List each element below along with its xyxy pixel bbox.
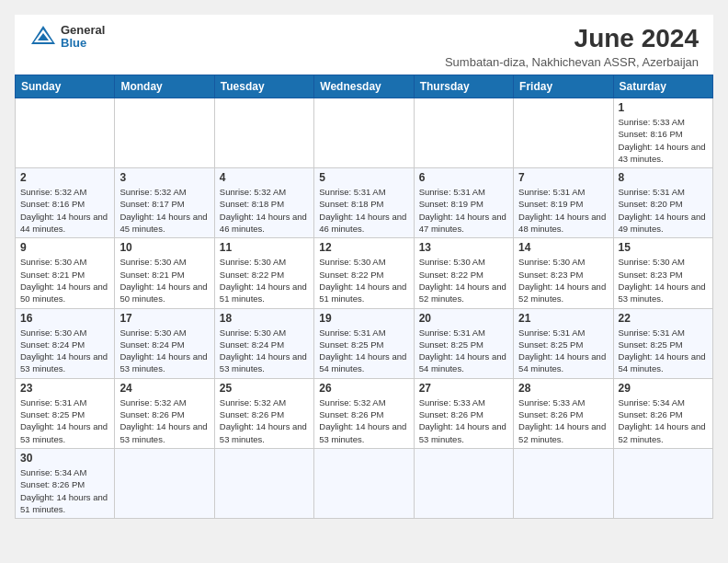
- header-tuesday: Tuesday: [214, 75, 313, 98]
- calendar-cell: 22Sunrise: 5:31 AM Sunset: 8:25 PM Dayli…: [613, 308, 712, 378]
- day-info: Sunrise: 5:31 AM Sunset: 8:25 PM Dayligh…: [319, 327, 408, 375]
- calendar-cell: 6Sunrise: 5:31 AM Sunset: 8:19 PM Daylig…: [414, 168, 513, 238]
- calendar-cell: 18Sunrise: 5:30 AM Sunset: 8:24 PM Dayli…: [214, 308, 313, 378]
- week-row-5: 30Sunrise: 5:34 AM Sunset: 8:26 PM Dayli…: [16, 448, 713, 518]
- header-thursday: Thursday: [414, 75, 513, 98]
- day-number: 12: [319, 241, 408, 254]
- calendar-cell: 13Sunrise: 5:30 AM Sunset: 8:22 PM Dayli…: [414, 238, 513, 308]
- calendar-table: Sunday Monday Tuesday Wednesday Thursday…: [15, 75, 713, 519]
- calendar-body: 1Sunrise: 5:33 AM Sunset: 8:16 PM Daylig…: [16, 98, 713, 519]
- day-info: Sunrise: 5:30 AM Sunset: 8:22 PM Dayligh…: [419, 256, 508, 304]
- header-wednesday: Wednesday: [314, 75, 414, 98]
- calendar-cell: 1Sunrise: 5:33 AM Sunset: 8:16 PM Daylig…: [613, 98, 712, 168]
- day-info: Sunrise: 5:31 AM Sunset: 8:18 PM Dayligh…: [319, 186, 408, 235]
- day-info: Sunrise: 5:30 AM Sunset: 8:23 PM Dayligh…: [619, 256, 708, 304]
- header-monday: Monday: [115, 75, 214, 98]
- day-number: 6: [419, 171, 508, 184]
- day-number: 30: [20, 452, 109, 465]
- calendar-cell: 3Sunrise: 5:32 AM Sunset: 8:17 PM Daylig…: [115, 168, 214, 238]
- week-row-2: 9Sunrise: 5:30 AM Sunset: 8:21 PM Daylig…: [16, 238, 713, 308]
- calendar-cell: 15Sunrise: 5:30 AM Sunset: 8:23 PM Dayli…: [613, 238, 712, 308]
- day-info: Sunrise: 5:30 AM Sunset: 8:22 PM Dayligh…: [220, 256, 309, 304]
- calendar-cell: 19Sunrise: 5:31 AM Sunset: 8:25 PM Dayli…: [314, 308, 414, 378]
- day-number: 21: [518, 312, 608, 325]
- day-number: 4: [220, 171, 309, 184]
- calendar-cell: [414, 448, 513, 518]
- day-number: 22: [619, 312, 708, 325]
- calendar-cell: 5Sunrise: 5:31 AM Sunset: 8:18 PM Daylig…: [314, 168, 414, 238]
- calendar-cell: 21Sunrise: 5:31 AM Sunset: 8:25 PM Dayli…: [514, 308, 613, 378]
- month-title: June 2024: [445, 24, 699, 53]
- day-number: 29: [619, 382, 708, 395]
- calendar-cell: 29Sunrise: 5:34 AM Sunset: 8:26 PM Dayli…: [613, 378, 712, 448]
- day-number: 25: [220, 382, 309, 395]
- day-number: 27: [419, 382, 508, 395]
- day-number: 18: [220, 312, 309, 325]
- day-number: 1: [619, 101, 708, 114]
- calendar-cell: 4Sunrise: 5:32 AM Sunset: 8:18 PM Daylig…: [214, 168, 313, 238]
- day-number: 3: [119, 171, 209, 184]
- day-number: 9: [20, 241, 109, 254]
- calendar-cell: 7Sunrise: 5:31 AM Sunset: 8:19 PM Daylig…: [514, 168, 613, 238]
- logo: General Blue: [29, 24, 105, 51]
- calendar-cell: [514, 448, 613, 518]
- week-row-3: 16Sunrise: 5:30 AM Sunset: 8:24 PM Dayli…: [16, 308, 713, 378]
- calendar-cell: 26Sunrise: 5:32 AM Sunset: 8:26 PM Dayli…: [314, 378, 414, 448]
- calendar-cell: 27Sunrise: 5:33 AM Sunset: 8:26 PM Dayli…: [414, 378, 513, 448]
- calendar-cell: 9Sunrise: 5:30 AM Sunset: 8:21 PM Daylig…: [16, 238, 115, 308]
- day-info: Sunrise: 5:30 AM Sunset: 8:21 PM Dayligh…: [20, 256, 109, 304]
- day-info: Sunrise: 5:31 AM Sunset: 8:25 PM Dayligh…: [619, 327, 708, 375]
- day-info: Sunrise: 5:34 AM Sunset: 8:26 PM Dayligh…: [619, 396, 708, 445]
- header-friday: Friday: [514, 75, 613, 98]
- week-row-4: 23Sunrise: 5:31 AM Sunset: 8:25 PM Dayli…: [16, 378, 713, 448]
- day-info: Sunrise: 5:32 AM Sunset: 8:26 PM Dayligh…: [220, 396, 309, 445]
- logo-general-text: General: [61, 24, 105, 37]
- day-info: Sunrise: 5:30 AM Sunset: 8:22 PM Dayligh…: [319, 256, 408, 304]
- day-number: 10: [119, 241, 209, 254]
- day-number: 11: [220, 241, 309, 254]
- calendar-cell: [514, 98, 613, 168]
- day-info: Sunrise: 5:31 AM Sunset: 8:20 PM Dayligh…: [619, 186, 708, 235]
- calendar-cell: [414, 98, 513, 168]
- day-header-row: Sunday Monday Tuesday Wednesday Thursday…: [16, 75, 713, 98]
- calendar-cell: 16Sunrise: 5:30 AM Sunset: 8:24 PM Dayli…: [16, 308, 115, 378]
- day-info: Sunrise: 5:32 AM Sunset: 8:26 PM Dayligh…: [319, 396, 408, 445]
- day-number: 5: [319, 171, 408, 184]
- calendar-cell: 24Sunrise: 5:32 AM Sunset: 8:26 PM Dayli…: [115, 378, 214, 448]
- header-sunday: Sunday: [16, 75, 115, 98]
- calendar-cell: 28Sunrise: 5:33 AM Sunset: 8:26 PM Dayli…: [514, 378, 613, 448]
- header-saturday: Saturday: [613, 75, 712, 98]
- calendar-cell: 20Sunrise: 5:31 AM Sunset: 8:25 PM Dayli…: [414, 308, 513, 378]
- logo-text: General Blue: [61, 24, 105, 51]
- calendar-cell: [613, 448, 712, 518]
- day-info: Sunrise: 5:30 AM Sunset: 8:24 PM Dayligh…: [220, 327, 309, 375]
- day-number: 24: [119, 382, 209, 395]
- location-subtitle: Sumbatan-diza, Nakhichevan ASSR, Azerbai…: [445, 55, 699, 69]
- day-info: Sunrise: 5:31 AM Sunset: 8:19 PM Dayligh…: [419, 186, 508, 235]
- day-info: Sunrise: 5:31 AM Sunset: 8:25 PM Dayligh…: [518, 327, 608, 375]
- calendar-cell: 23Sunrise: 5:31 AM Sunset: 8:25 PM Dayli…: [16, 378, 115, 448]
- title-area: June 2024 Sumbatan-diza, Nakhichevan ASS…: [445, 24, 699, 69]
- calendar-cell: 25Sunrise: 5:32 AM Sunset: 8:26 PM Dayli…: [214, 378, 313, 448]
- day-info: Sunrise: 5:30 AM Sunset: 8:23 PM Dayligh…: [518, 256, 608, 304]
- day-info: Sunrise: 5:31 AM Sunset: 8:19 PM Dayligh…: [518, 186, 608, 235]
- day-number: 14: [518, 241, 608, 254]
- logo-icon: [29, 24, 57, 50]
- day-info: Sunrise: 5:32 AM Sunset: 8:26 PM Dayligh…: [119, 396, 209, 445]
- day-info: Sunrise: 5:31 AM Sunset: 8:25 PM Dayligh…: [20, 396, 109, 445]
- calendar-cell: [214, 98, 313, 168]
- calendar-cell: 11Sunrise: 5:30 AM Sunset: 8:22 PM Dayli…: [214, 238, 313, 308]
- day-info: Sunrise: 5:30 AM Sunset: 8:21 PM Dayligh…: [119, 256, 209, 304]
- day-info: Sunrise: 5:32 AM Sunset: 8:16 PM Dayligh…: [20, 186, 109, 235]
- page-header: General Blue June 2024 Sumbatan-diza, Na…: [15, 15, 713, 75]
- day-number: 15: [619, 241, 708, 254]
- calendar-cell: [314, 448, 414, 518]
- calendar-cell: [314, 98, 414, 168]
- day-info: Sunrise: 5:32 AM Sunset: 8:18 PM Dayligh…: [220, 186, 309, 235]
- day-info: Sunrise: 5:32 AM Sunset: 8:17 PM Dayligh…: [119, 186, 209, 235]
- day-info: Sunrise: 5:33 AM Sunset: 8:26 PM Dayligh…: [419, 396, 508, 445]
- calendar-cell: 10Sunrise: 5:30 AM Sunset: 8:21 PM Dayli…: [115, 238, 214, 308]
- day-number: 17: [119, 312, 209, 325]
- day-number: 26: [319, 382, 408, 395]
- calendar-cell: 12Sunrise: 5:30 AM Sunset: 8:22 PM Dayli…: [314, 238, 414, 308]
